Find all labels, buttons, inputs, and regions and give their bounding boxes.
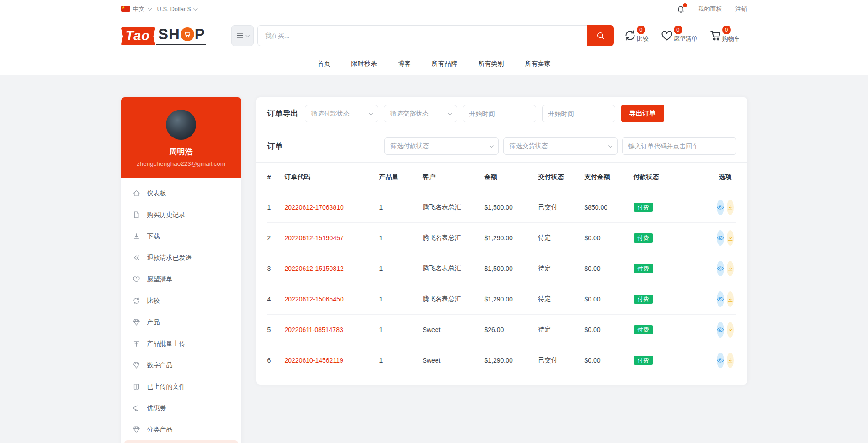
export-orders-button[interactable]: 导出订单: [621, 105, 664, 122]
order-code-link[interactable]: 20220612-15065450: [285, 295, 379, 303]
sidebar-item-6[interactable]: 产品: [121, 311, 241, 333]
sidebar-item-0[interactable]: 仪表板: [121, 183, 241, 204]
sidebar-item-label: 分类产品: [147, 426, 173, 434]
chevron-down-icon: [193, 6, 198, 11]
payment-status-cell: 付费: [634, 356, 717, 365]
download-invoice-button[interactable]: [727, 322, 734, 338]
download-invoice-button[interactable]: [727, 261, 734, 276]
shop-logo[interactable]: Tao SH P: [121, 26, 206, 45]
paid-amount: $0.00: [585, 234, 634, 242]
column-header: 交付状态: [538, 173, 585, 181]
nav-item-1[interactable]: 限时秒杀: [351, 60, 377, 68]
currency-selector[interactable]: U.S. Dollar $: [157, 5, 197, 12]
view-order-button[interactable]: [717, 230, 724, 246]
delivery-status: 待定: [538, 326, 585, 334]
orders-filter-section: 订单 筛选付款状态 筛选交货状态: [256, 130, 747, 163]
export-delivery-status-select[interactable]: 筛选交货状态: [384, 105, 457, 122]
nav-item-2[interactable]: 博客: [398, 60, 411, 68]
delivery-status: 待定: [538, 234, 585, 242]
view-order-button[interactable]: [717, 291, 724, 307]
order-code-link[interactable]: 20220612-15190457: [285, 234, 379, 242]
language-selector[interactable]: 中文: [121, 5, 151, 13]
sidebar-item-8[interactable]: 数字产品: [121, 354, 241, 376]
compare-button[interactable]: 0 比较: [624, 28, 649, 43]
download-invoice-button[interactable]: [727, 291, 734, 307]
logout-link[interactable]: 注销: [735, 5, 747, 13]
orders-delivery-status-select[interactable]: 筛选交货状态: [503, 137, 618, 155]
divider: [729, 5, 729, 13]
payment-status-badge: 付费: [634, 295, 653, 304]
export-end-time-input[interactable]: [542, 105, 615, 122]
view-order-button[interactable]: [717, 322, 724, 338]
product-quantity: 1: [379, 326, 423, 333]
view-order-button[interactable]: [717, 261, 724, 276]
nav-item-0[interactable]: 首页: [318, 60, 330, 68]
download-invoice-button[interactable]: [727, 230, 734, 246]
table-row: 220220612-151904571腾飞名表总汇$1,290.00待定$0.0…: [267, 222, 736, 253]
delivery-status: 待定: [538, 295, 585, 303]
column-header: 客户: [423, 173, 485, 181]
nav-item-4[interactable]: 所有类别: [479, 60, 504, 68]
compare-label: 比较: [637, 35, 649, 43]
row-options: [717, 322, 736, 338]
sidebar-item-3[interactable]: 退款请求已发送: [121, 247, 241, 269]
row-number: 5: [267, 326, 285, 333]
view-order-button[interactable]: [717, 353, 724, 368]
download-invoice-button[interactable]: [727, 200, 734, 215]
notification-dot: [683, 3, 687, 7]
wishlist-button[interactable]: 0 愿望清单: [660, 28, 698, 43]
search-button[interactable]: [587, 25, 614, 46]
sidebar-item-4[interactable]: 愿望清单: [121, 269, 241, 290]
order-code-link[interactable]: 20220612-15150812: [285, 265, 379, 272]
my-panel-link[interactable]: 我的面板: [698, 5, 722, 13]
export-start-time-input[interactable]: [463, 105, 536, 122]
sidebar-item-10[interactable]: 优惠券: [121, 397, 241, 419]
payment-status-badge: 付费: [634, 264, 653, 274]
categories-menu-button[interactable]: [231, 25, 254, 46]
avatar[interactable]: [166, 110, 196, 140]
sidebar-item-7[interactable]: 产品批量上传: [121, 333, 241, 354]
rewind-icon: [133, 254, 140, 262]
orders-payment-status-select[interactable]: 筛选付款状态: [384, 137, 499, 155]
sidebar: 周明浩 zhengchenghao223@gmail.com 仪表板购买历史记录…: [121, 97, 241, 443]
sidebar-item-5[interactable]: 比较: [121, 290, 241, 311]
sidebar-item-1[interactable]: 购买历史记录: [121, 204, 241, 226]
delivery-status: 已交付: [538, 356, 585, 364]
sidebar-item-9[interactable]: 已上传的文件: [121, 376, 241, 397]
notifications-button[interactable]: [676, 5, 685, 13]
customer-name: 腾飞名表总汇: [423, 203, 485, 211]
sidebar-item-11[interactable]: 分类产品: [121, 419, 241, 440]
paid-amount: $0.00: [585, 357, 634, 364]
view-order-button[interactable]: [717, 200, 724, 215]
sidebar-item-12[interactable]: 订单: [124, 440, 238, 443]
export-payment-status-select[interactable]: 筛选付款状态: [305, 105, 378, 122]
orders-title: 订单: [267, 141, 380, 152]
order-code-search-input[interactable]: [622, 137, 736, 155]
sidebar-item-2[interactable]: 下载: [121, 226, 241, 247]
currency-label: U.S. Dollar $: [157, 5, 191, 12]
home-icon: [133, 190, 140, 197]
nav-item-3[interactable]: 所有品牌: [432, 60, 458, 68]
chevron-down-icon: [608, 143, 612, 147]
chevron-down-icon: [490, 143, 493, 147]
order-code-link[interactable]: 20220612-17063810: [285, 204, 379, 211]
nav-item-5[interactable]: 所有卖家: [525, 60, 551, 68]
customer-name: 腾飞名表总汇: [423, 234, 485, 242]
table-row: 620220610-145621191Sweet$1,290.00已交付$0.0…: [267, 345, 736, 375]
heart-icon: [133, 275, 140, 283]
upload-icon: [133, 340, 140, 348]
sidebar-item-label: 愿望清单: [147, 275, 173, 284]
order-code-link[interactable]: 20220610-14562119: [285, 357, 379, 364]
wishlist-count-badge: 0: [674, 26, 682, 34]
order-code-link[interactable]: 20220611-08514783: [285, 326, 379, 333]
cart-button[interactable]: 0 购物车: [709, 28, 740, 43]
download-invoice-button[interactable]: [727, 353, 734, 368]
table-row: 120220612-170638101腾飞名表总汇$1,500.00已交付$85…: [267, 192, 736, 222]
column-header: 订单代码: [285, 173, 379, 181]
row-options: [717, 200, 736, 215]
gem-icon: [133, 361, 140, 369]
search-input[interactable]: [257, 25, 587, 46]
export-title: 订单导出: [267, 108, 298, 119]
sidebar-item-label: 已上传的文件: [147, 383, 186, 391]
customer-name: Sweet: [423, 357, 485, 364]
